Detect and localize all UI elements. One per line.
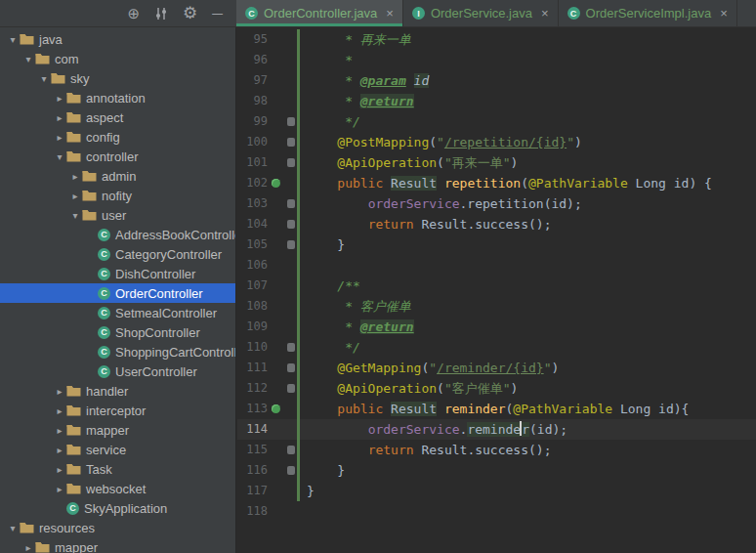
chevron-right-icon[interactable]: ▸ [53,93,66,104]
tree-item-websocket[interactable]: ▸websocket [0,479,235,498]
filter-sliders-icon[interactable] [154,7,168,21]
chevron-right-icon[interactable]: ▸ [53,445,66,455]
code-line-content[interactable] [307,255,756,276]
code-line-content[interactable]: @ApiOperation("再来一单") [307,152,756,173]
tree-item-handler[interactable]: ▸handler [0,381,235,401]
code-line-content[interactable]: * 再来一单 [307,29,756,50]
code-line-content[interactable]: @ApiOperation("客户催单") [307,378,756,399]
chevron-right-icon[interactable]: ▸ [53,386,66,397]
tree-item-resources[interactable]: ▾resources [0,518,235,537]
chevron-right-icon[interactable]: ▸ [53,132,66,143]
code-line-content[interactable]: } [307,481,756,501]
code-token: Long id){ [612,402,689,416]
chevron-down-icon[interactable]: ▾ [37,73,51,84]
class-icon: C [245,7,258,20]
tree-item-config[interactable]: ▸config [0,127,235,147]
tab-ordercontroller-java[interactable]: COrderController.java× [236,0,403,26]
tree-item-controller[interactable]: ▾controller [0,147,235,166]
code-line-content[interactable]: /** [307,276,756,296]
code-token: } [307,484,315,498]
tree-item-skyapplication[interactable]: CSkyApplication [0,498,235,518]
code-token: */ [307,114,360,129]
chevron-right-icon[interactable]: ▸ [53,425,66,436]
chevron-down-icon[interactable]: ▾ [6,34,20,45]
code-line-content[interactable]: * [307,50,756,70]
tree-item-admin[interactable]: ▸admin [0,166,235,186]
tree-item-setmealcontroller[interactable]: CSetmealController [0,303,235,322]
hide-panel-icon[interactable]: ─ [212,6,223,21]
tree-item-nofity[interactable]: ▸nofity [0,186,235,205]
tree-item-label: UserController [115,364,197,379]
code-line-content[interactable] [307,501,756,522]
settings-gear-icon[interactable]: ⚙ [183,5,197,21]
code-line-content[interactable]: */ [307,337,756,358]
spring-mapping-icon[interactable] [272,179,280,188]
code-line-content[interactable]: return Result.success(); [307,214,756,234]
gutter-icon-slot [268,70,284,91]
code-line-content[interactable]: } [307,234,756,255]
tree-item-addressbookcontroller[interactable]: CAddressBookController [0,225,235,244]
tree-item-annotation[interactable]: ▸annotation [0,88,235,107]
gutter-mark-slot [284,255,297,276]
chevron-right-icon[interactable]: ▸ [53,112,66,123]
chevron-right-icon[interactable]: ▸ [68,191,82,201]
tree-item-label: DishController [115,267,195,281]
locate-icon[interactable]: ⊕ [128,6,141,21]
tree-item-ordercontroller[interactable]: COrderController [0,283,235,303]
code-line-content[interactable]: @GetMapping("/reminder/{id}") [307,358,756,378]
code-line-content[interactable]: orderService.reminder(id); [307,419,756,440]
tree-item-aspect[interactable]: ▸aspect [0,107,235,127]
chevron-down-icon[interactable]: ▾ [68,210,82,221]
chevron-down-icon[interactable]: ▾ [6,523,20,533]
close-icon[interactable]: × [720,6,728,21]
code-token: @PathVariable [528,176,628,191]
code-line-content[interactable]: return Result.success(); [307,440,756,460]
tree-item-mapper[interactable]: ▸mapper [0,420,235,440]
chevron-down-icon[interactable]: ▾ [21,54,35,64]
code-line-content[interactable]: * @return [307,317,756,337]
chevron-right-icon[interactable]: ▸ [21,542,35,553]
code-line-content[interactable]: } [307,460,756,481]
code-editor[interactable]: 95 * 再来一单96 *97 * @param id98 * @return9… [237,27,756,553]
folder-icon [82,170,97,182]
chevron-right-icon[interactable]: ▸ [53,464,66,475]
tree-item-sky[interactable]: ▾sky [0,68,235,88]
close-icon[interactable]: × [386,6,394,21]
code-line-content[interactable]: public Result reminder(@PathVariable Lon… [307,399,756,419]
tab-orderservice-java[interactable]: IOrderService.java× [403,0,559,26]
tree-item-service[interactable]: ▸service [0,440,235,459]
tree-item-categorycontroller[interactable]: CCategoryController [0,244,235,264]
tree-item-task[interactable]: ▸Task [0,459,235,479]
code-token: " [437,135,444,149]
tree-item-java[interactable]: ▾java [0,29,235,49]
chevron-down-icon[interactable]: ▾ [53,151,66,162]
gutter-mark-slot [284,132,297,152]
tree-item-user[interactable]: ▾user [0,205,235,225]
close-icon[interactable]: × [541,6,549,21]
gutter-mark-slot [284,70,297,91]
tab-orderserviceimpl-java[interactable]: COrderServiceImpl.java× [559,0,737,26]
chevron-right-icon[interactable]: ▸ [53,484,66,494]
tree-item-label: AddressBookController [115,228,236,242]
tree-item-com[interactable]: ▾com [0,49,235,68]
gutter-mark-icon [287,343,295,352]
code-line-content[interactable]: public Result repetition(@PathVariable L… [307,173,756,193]
chevron-right-icon[interactable]: ▸ [68,171,82,182]
code-line-content[interactable]: * 客户催单 [307,296,756,317]
code-line-content[interactable]: orderService.repetition(id); [307,193,756,214]
gutter-icon-slot [268,419,284,440]
code-line-content[interactable]: * @param id [307,70,756,91]
tree-item-mapper[interactable]: ▸mapper [0,537,235,553]
tree-item-interceptor[interactable]: ▸interceptor [0,401,235,420]
tree-item-shoppingcartcontroller[interactable]: CShoppingCartController [0,342,235,362]
code-line: 102 public Result repetition(@PathVariab… [237,173,756,193]
code-line-content[interactable]: * @return [307,91,756,111]
spring-mapping-icon[interactable] [272,404,280,413]
tree-item-shopcontroller[interactable]: CShopController [0,322,235,342]
chevron-right-icon[interactable]: ▸ [53,405,66,416]
code-line-content[interactable]: @PostMapping("/repetition/{id}") [307,132,756,152]
code-token: */ [307,340,360,355]
tree-item-dishcontroller[interactable]: CDishController [0,264,235,283]
tree-item-usercontroller[interactable]: CUserController [0,362,235,381]
code-line-content[interactable]: */ [307,111,756,132]
